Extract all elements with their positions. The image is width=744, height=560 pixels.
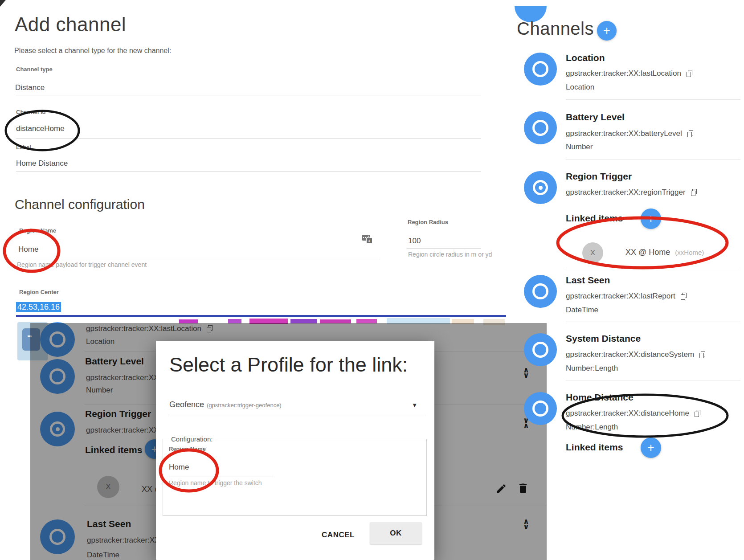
divider [566, 159, 740, 160]
state-channel-icon [532, 401, 548, 417]
page-title: Add channel [15, 13, 126, 36]
region-radius-underline [407, 248, 481, 249]
profile-select[interactable]: Geofence(gpstracker:trigger-geofence) ▼ [169, 400, 425, 415]
divider [566, 99, 740, 100]
channel-type: Number [566, 143, 593, 151]
label-field-input[interactable]: Home Distance [16, 159, 68, 168]
channel-avatar [524, 171, 557, 204]
config-heading: Channel configuration [15, 197, 145, 212]
channel-type: DateTime [566, 306, 598, 315]
dialog-region-name-input[interactable]: Home [169, 463, 189, 472]
dialog-region-name-underline [169, 477, 273, 477]
state-channel-icon [532, 61, 548, 77]
divider [566, 380, 740, 380]
channel-uid-row: gpstracker:tracker:XX:lastReport [566, 292, 687, 301]
channel-title[interactable]: Home Distance [566, 392, 634, 403]
label-field-underline [16, 171, 481, 172]
plus-icon: + [647, 441, 654, 455]
page-subtitle: Please select a channel type for the new… [14, 47, 171, 55]
ok-button[interactable]: OK [370, 522, 422, 544]
cancel-button[interactable]: CANCEL [315, 527, 361, 543]
copy-icon[interactable] [691, 189, 697, 196]
channel-title[interactable]: Region Trigger [566, 171, 632, 182]
region-name-underline [16, 259, 380, 259]
region-center-label: Region Center [19, 289, 59, 295]
region-name-input[interactable]: Home [18, 245, 38, 254]
channel-avatar [524, 111, 557, 144]
channel-avatar [524, 333, 557, 366]
channel-uid-row: gpstracker:tracker:XX:distanceHome [566, 409, 700, 418]
region-radius-label: Region Radius [408, 219, 448, 225]
channel-title[interactable]: Last Seen [566, 275, 610, 286]
chevron-down-icon: ▼ [412, 402, 417, 409]
region-center-input[interactable]: 42.53,16.16 [16, 302, 61, 312]
channel-id-label: Channel id [16, 109, 45, 115]
profile-select-detail: (gpstracker:trigger-geofence) [207, 402, 282, 409]
linked-item-row[interactable]: XX @ Home (xxHome) [625, 248, 704, 257]
channel-type-underline [16, 95, 481, 95]
channel-uid: gpstracker:tracker:XX:lastReport [566, 292, 675, 301]
copy-icon[interactable] [687, 130, 693, 137]
add-link-button[interactable]: + [641, 437, 661, 458]
fieldset-legend: Configuration: [169, 435, 215, 443]
channel-uid: gpstracker:tracker:XX:regionTrigger [566, 188, 686, 197]
profile-select-value: Geofence [169, 400, 204, 409]
divider [566, 268, 740, 268]
configuration-fieldset: Configuration: Region Name Home Region n… [163, 439, 427, 516]
channel-type: Location [566, 83, 594, 92]
region-center-focus-underline [16, 315, 506, 317]
state-channel-icon [532, 283, 548, 299]
linked-item-avatar-letter: X [590, 249, 595, 258]
channel-uid: gpstracker:tracker:XX:distanceSystem [566, 350, 694, 359]
channel-uid-row: gpstracker:tracker:XX:distanceSystem [566, 350, 705, 359]
channel-avatar [524, 275, 557, 308]
numeric-input-icon[interactable]: 3 [362, 235, 372, 244]
linked-items-label: Linked items [566, 442, 623, 453]
screen: Add channel Please select a channel type… [0, 0, 744, 560]
label-field-label: Label [16, 144, 31, 151]
linked-item-avatar: X [582, 242, 603, 263]
channel-type-label: Channel type [16, 66, 53, 73]
dialog-region-name-label: Region Name [169, 446, 206, 452]
channel-uid: gpstracker:tracker:XX:distanceHome [566, 409, 689, 418]
channel-type: Number:Length [566, 423, 618, 432]
region-radius-input[interactable]: 100 [408, 237, 421, 245]
divider [566, 322, 740, 322]
channel-uid: gpstracker:tracker:XX:lastLocation [566, 69, 681, 78]
copy-icon[interactable] [699, 351, 705, 358]
channel-uid-row: gpstracker:tracker:XX:lastLocation [566, 69, 692, 78]
linked-items-label: Linked items [566, 213, 623, 224]
channel-title[interactable]: System Distance [566, 333, 641, 344]
channels-heading: Channels [517, 19, 594, 39]
state-channel-icon [532, 342, 548, 358]
channel-avatar [524, 53, 557, 86]
corner-artifact [0, 0, 6, 7]
linked-item-name: XX @ Home [625, 248, 670, 257]
channel-title[interactable]: Location [566, 53, 605, 63]
region-name-helper: Region name payload for trigger channel … [17, 261, 147, 268]
region-name-label: Region Name [19, 227, 56, 234]
annotation-ellipse-linked-item [558, 218, 727, 268]
channel-type: Number:Length [566, 364, 618, 373]
add-link-button[interactable]: + [641, 208, 661, 229]
plus-icon: + [647, 212, 654, 226]
add-channel-button[interactable]: + [597, 21, 617, 41]
plus-icon: + [603, 24, 610, 38]
channel-avatar [524, 392, 557, 425]
trigger-channel-icon [533, 180, 548, 195]
region-radius-helper: Region circle radius in m or yd [408, 251, 492, 258]
profile-dialog: Select a Profile for the link: Geofence(… [156, 341, 434, 560]
channel-uid-row: gpstracker:tracker:XX:batteryLevel [566, 129, 693, 138]
dialog-title: Select a Profile for the link: [169, 353, 408, 376]
numeric-input-icon-badge: 3 [366, 237, 372, 244]
region-center-selected-text: 42.53,16.16 [16, 302, 61, 312]
linked-item-id: (xxHome) [675, 249, 704, 256]
copy-icon[interactable] [687, 70, 692, 77]
copy-icon[interactable] [681, 293, 687, 300]
dialog-region-name-helper: Region name to trigger the switch [169, 479, 262, 486]
channel-id-input[interactable]: distanceHome [16, 124, 65, 133]
channel-title[interactable]: Battery Level [566, 112, 625, 123]
copy-icon[interactable] [695, 410, 700, 417]
channel-uid: gpstracker:tracker:XX:batteryLevel [566, 129, 682, 138]
channel-type-value[interactable]: Distance [15, 83, 45, 92]
